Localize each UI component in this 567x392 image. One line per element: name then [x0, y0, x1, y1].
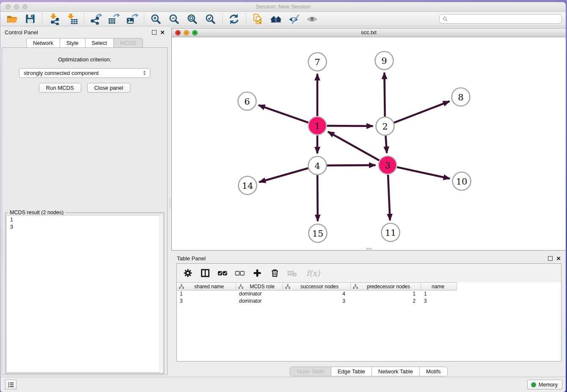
column-type-icon: [238, 284, 243, 289]
edge-3-to-11[interactable]: [388, 174, 390, 220]
column-header-predecessor-nodes[interactable]: predecessor nodes: [351, 283, 421, 290]
column-header-name[interactable]: name: [421, 283, 457, 290]
toggle-column-panel-icon[interactable]: [200, 268, 210, 278]
select-all-rows-icon[interactable]: [217, 268, 228, 278]
network-title-bar: × − + scc.txt: [172, 28, 566, 37]
tab-select[interactable]: Select: [85, 38, 114, 48]
zoom-out-icon[interactable]: [167, 13, 181, 25]
close-table-panel-icon[interactable]: ×: [556, 256, 561, 261]
close-panel-icon[interactable]: ×: [160, 30, 165, 35]
table-panel-title: Table Panel: [177, 255, 548, 262]
table-settings-icon[interactable]: [183, 268, 193, 278]
hide-selected-icon[interactable]: [287, 13, 301, 25]
column-header-successor-nodes[interactable]: successor nodes: [283, 283, 351, 290]
zoom-selected-icon[interactable]: [203, 13, 217, 25]
float-table-panel-icon[interactable]: [548, 256, 553, 261]
graph-node-10[interactable]: 10: [453, 172, 471, 190]
import-network-icon[interactable]: [47, 13, 61, 25]
control-panel: Control Panel × NetworkStyleSelectMCDS O…: [0, 26, 169, 377]
float-panel-icon[interactable]: [152, 30, 157, 35]
open-session-icon[interactable]: [5, 13, 19, 25]
graph-node-14[interactable]: 14: [239, 177, 257, 195]
export-image-icon[interactable]: [125, 13, 139, 25]
edge-2-to-3[interactable]: [385, 135, 387, 153]
criterion-label: Optimization criterion:: [58, 56, 111, 63]
tab-motifs[interactable]: Motifs: [419, 367, 448, 376]
graph-node-9[interactable]: 9: [375, 52, 394, 70]
close-window-icon[interactable]: [6, 4, 11, 9]
graph-node-15[interactable]: 15: [309, 224, 327, 243]
task-history-button[interactable]: [5, 380, 17, 389]
tab-mcds[interactable]: MCDS: [113, 38, 143, 48]
edge-1-to-6[interactable]: [259, 105, 308, 122]
edge-2-to-8[interactable]: [394, 101, 449, 123]
edge-4-to-15[interactable]: [317, 175, 318, 221]
edge-3-to-10[interactable]: [397, 167, 450, 179]
mcds-result-title: MCDS result (2 nodes): [8, 210, 65, 215]
network-minimize-icon[interactable]: −: [184, 30, 189, 36]
edge-4-to-14[interactable]: [259, 168, 308, 182]
criterion-dropdown[interactable]: strongly connected component: [19, 68, 150, 78]
table-row[interactable]: 3dominator323: [177, 298, 561, 305]
delete-column-icon[interactable]: [270, 268, 280, 278]
minimize-window-icon[interactable]: [14, 4, 19, 9]
zoom-fit-icon[interactable]: [185, 13, 199, 25]
tab-edge-table[interactable]: Edge Table: [331, 367, 372, 376]
deselect-all-rows-icon[interactable]: [235, 268, 245, 278]
memory-button[interactable]: Memory: [527, 380, 562, 389]
edge-1-to-2[interactable]: [327, 126, 373, 126]
show-all-icon[interactable]: [305, 13, 319, 25]
network-canvas[interactable]: 1234678910111415: [172, 37, 566, 250]
toolbar-separator: [144, 14, 144, 25]
graph-node-1[interactable]: 1: [308, 117, 327, 135]
import-table-icon[interactable]: [65, 13, 79, 25]
cell-successor-nodes: 4: [283, 290, 351, 298]
column-header-shared-name[interactable]: shared name: [177, 283, 236, 290]
refresh-icon[interactable]: [227, 13, 241, 25]
graph-node-11[interactable]: 11: [382, 224, 400, 242]
node-label-11: 11: [385, 228, 396, 238]
tab-node-table[interactable]: Node Table: [290, 367, 331, 376]
network-view-window: × − + scc.txt 1234678910111415: [171, 28, 566, 251]
column-header-MCDS-role[interactable]: MCDS role: [236, 283, 283, 290]
search-icon: [442, 16, 448, 22]
graph-node-2[interactable]: 2: [376, 117, 394, 135]
title-bar: Session: New Session: [0, 2, 566, 12]
graph-node-3[interactable]: 3: [379, 156, 397, 174]
table-header-row: shared nameMCDS rolesuccessor nodesprede…: [177, 282, 457, 290]
maximize-window-icon[interactable]: [22, 4, 28, 9]
network-maximize-icon[interactable]: +: [192, 30, 198, 36]
tab-network-table[interactable]: Network Table: [372, 367, 420, 376]
search-input[interactable]: [448, 15, 561, 23]
add-column-icon[interactable]: [252, 268, 262, 278]
graph-node-7[interactable]: 7: [308, 53, 327, 71]
edge-4-to-3[interactable]: [327, 165, 375, 166]
edge-2-to-9[interactable]: [384, 72, 385, 116]
app-title: Session: New Session: [0, 2, 566, 11]
network-title: scc.txt: [172, 28, 566, 37]
close-panel-button[interactable]: Close panel: [87, 83, 131, 93]
graph-node-6[interactable]: 6: [238, 92, 256, 110]
first-neighbors-icon[interactable]: [269, 13, 283, 25]
table-row[interactable]: 1dominator411: [177, 290, 561, 298]
node-label-10: 10: [456, 177, 468, 187]
tab-network[interactable]: Network: [26, 38, 60, 48]
graph-node-8[interactable]: 8: [452, 88, 470, 106]
new-network-from-selection-icon[interactable]: [250, 13, 265, 25]
cell-predecessor-nodes: 1: [351, 290, 421, 298]
result-scrollbar[interactable]: [160, 215, 163, 373]
save-session-icon[interactable]: [23, 13, 37, 25]
export-network-icon[interactable]: [88, 13, 103, 25]
zoom-in-icon[interactable]: [149, 13, 163, 25]
network-resize-handle[interactable]: [366, 248, 372, 251]
export-table-icon[interactable]: [107, 13, 121, 25]
node-label-1: 1: [314, 121, 320, 131]
edge-3-to-1[interactable]: [328, 132, 380, 160]
tab-style[interactable]: Style: [60, 38, 85, 48]
mcds-panel: Optimization criterion: strongly connect…: [2, 47, 168, 375]
criterion-value: strongly connected component: [24, 70, 142, 76]
graph-node-4[interactable]: 4: [308, 157, 327, 175]
run-mcds-button[interactable]: Run MCDS: [39, 83, 81, 93]
network-close-icon[interactable]: ×: [175, 30, 181, 36]
column-type-icon: [285, 284, 290, 289]
